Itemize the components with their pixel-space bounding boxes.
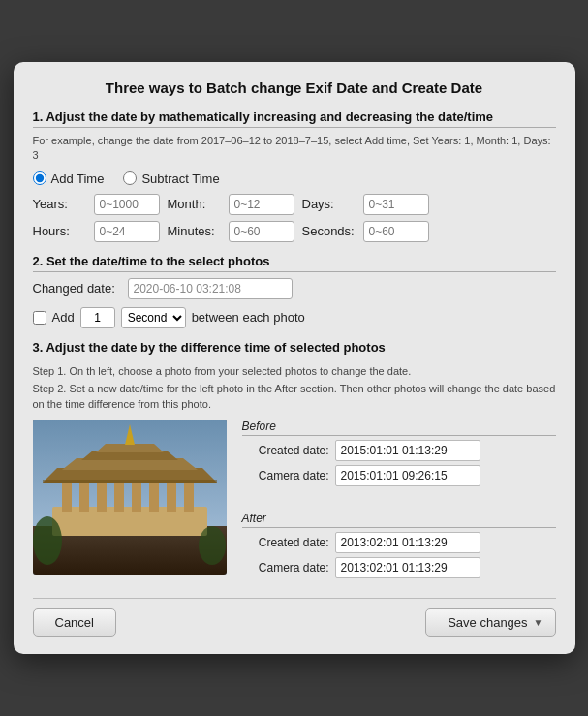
section2: 2. Set the date/time to the select photo… — [33, 254, 556, 328]
interval-unit-select[interactable]: Second Minute Hour Day — [121, 307, 186, 328]
before-after-panel: Before Created date: Camera date: After … — [242, 420, 556, 582]
photo-thumbnail[interactable] — [33, 420, 227, 575]
add-time-radio[interactable] — [33, 171, 46, 185]
years-input[interactable] — [94, 194, 160, 215]
section1-hint: For example, change the date from 2017–0… — [33, 134, 556, 164]
month-input[interactable] — [229, 194, 294, 215]
seconds-label: Seconds: — [302, 224, 356, 238]
after-section: After Created date: Camera date: — [242, 512, 556, 582]
seconds-input[interactable] — [363, 221, 429, 242]
changed-date-label: Changed date: — [33, 281, 120, 296]
svg-rect-16 — [43, 480, 217, 483]
cancel-button[interactable]: Cancel — [33, 608, 116, 637]
after-camera-label: Camera date: — [242, 561, 329, 575]
section3: 3. Adjust the date by the difference tim… — [33, 340, 556, 582]
after-created-input[interactable] — [335, 532, 480, 553]
hours-minutes-seconds-row: Hours: Minutes: Seconds: — [33, 221, 556, 242]
after-created-row: Created date: — [242, 532, 556, 553]
time-direction-group: Add Time Subtract Time — [33, 171, 556, 186]
svg-point-18 — [199, 526, 226, 565]
subtract-time-radio-label[interactable]: Subtract Time — [123, 171, 219, 186]
add-interval-checkbox[interactable] — [33, 311, 46, 325]
section1: 1. Adjust the date by mathematically inc… — [33, 109, 556, 242]
years-label: Years: — [33, 197, 86, 211]
add-label: Add — [52, 310, 75, 325]
before-camera-label: Camera date: — [242, 469, 329, 483]
changed-date-input[interactable] — [128, 278, 293, 299]
subtract-time-label: Subtract Time — [141, 171, 219, 186]
subtract-time-radio[interactable] — [123, 171, 137, 185]
photo-section: Before Created date: Camera date: After … — [33, 420, 556, 582]
before-created-label: Created date: — [242, 444, 329, 457]
changed-date-row: Changed date: — [33, 278, 556, 299]
save-dropdown-icon: ▼ — [534, 617, 543, 628]
between-row: Add Second Minute Hour Day between each … — [33, 307, 556, 328]
hours-input[interactable] — [94, 221, 160, 242]
hours-label: Hours: — [33, 224, 86, 238]
minutes-input[interactable] — [229, 221, 294, 242]
before-camera-row: Camera date: — [242, 465, 556, 486]
before-camera-input[interactable] — [335, 465, 480, 486]
dialog-title: Three ways to Batch change Exif Date and… — [33, 79, 556, 96]
add-time-radio-label[interactable]: Add Time — [33, 171, 105, 186]
step2-text: Step 2. Set a new date/time for the left… — [33, 382, 556, 412]
section2-header: 2. Set the date/time to the select photo… — [33, 254, 556, 272]
batch-change-dialog: Three ways to Batch change Exif Date and… — [14, 62, 575, 654]
save-label: Save changes — [448, 615, 527, 630]
after-camera-input[interactable] — [335, 557, 480, 578]
between-label: between each photo — [192, 310, 305, 325]
footer: Cancel Save changes ▼ — [33, 598, 556, 637]
section3-header: 3. Adjust the date by the difference tim… — [33, 340, 556, 358]
before-label: Before — [242, 420, 556, 436]
after-created-label: Created date: — [242, 536, 329, 549]
before-created-row: Created date: — [242, 440, 556, 461]
add-time-label: Add Time — [51, 171, 105, 186]
after-label: After — [242, 512, 556, 528]
save-button[interactable]: Save changes ▼ — [425, 608, 555, 637]
after-camera-row: Camera date: — [242, 557, 556, 578]
years-month-days-row: Years: Month: Days: — [33, 194, 556, 215]
before-section: Before Created date: Camera date: — [242, 420, 556, 490]
before-created-input[interactable] — [335, 440, 480, 461]
days-input[interactable] — [363, 194, 429, 215]
month-label: Month: — [168, 197, 221, 211]
section1-header: 1. Adjust the date by mathematically inc… — [33, 109, 556, 128]
minutes-label: Minutes: — [168, 224, 221, 238]
days-label: Days: — [302, 197, 356, 211]
interval-value-input[interactable] — [80, 307, 115, 328]
svg-point-17 — [33, 516, 62, 565]
step1-text: Step 1. On th left, choose a photo from … — [33, 364, 556, 379]
svg-marker-14 — [96, 444, 164, 452]
